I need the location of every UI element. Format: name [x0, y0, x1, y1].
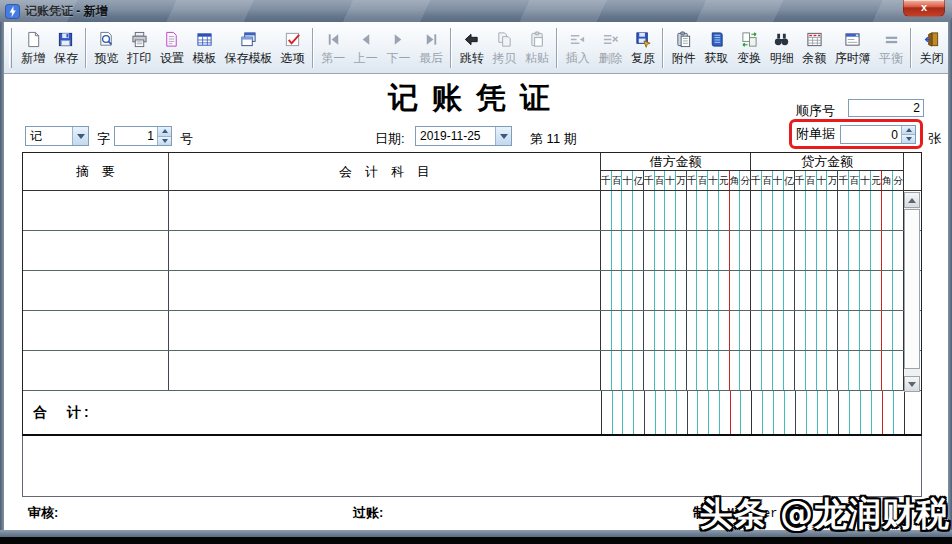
toolbar-button-options[interactable]: 选项 [276, 26, 309, 70]
digit-cell [601, 191, 612, 230]
account-cell[interactable] [169, 311, 601, 350]
toolbar-button-new-document[interactable]: 新增 [17, 26, 50, 70]
debit-amount-cell[interactable] [601, 191, 751, 230]
digit-cell [860, 271, 871, 310]
digit-cell [882, 311, 893, 350]
toolbar-button-print-preview[interactable]: 预览 [90, 26, 123, 70]
stepper-up-icon[interactable] [158, 127, 171, 136]
voucher-content: 记账凭证 顺序号 记 字 1 号 日期: 2019-11-25 第 11 期 附… [4, 74, 948, 530]
digit-cell [795, 351, 806, 390]
toolbar-button-label: 下一 [386, 50, 410, 67]
toolbar-button-save[interactable]: 保存 [50, 26, 83, 70]
debit-amount-cell[interactable] [601, 351, 751, 390]
digit-cell [806, 351, 817, 390]
digit-cell [882, 191, 893, 230]
account-cell[interactable] [169, 231, 601, 270]
credit-amount-cell[interactable] [751, 231, 904, 270]
audit-label: 审核: [28, 504, 58, 522]
credit-amount-cell[interactable] [751, 311, 904, 350]
chevron-down-icon[interactable] [495, 127, 511, 145]
total-debit-grid [602, 391, 752, 434]
toolbar-button-template[interactable]: 模板 [188, 26, 221, 70]
credit-amount-cell[interactable] [751, 351, 904, 390]
digit-cell [601, 271, 612, 310]
debit-amount-cell[interactable] [601, 231, 751, 270]
summary-cell[interactable] [23, 351, 169, 390]
digit-cell [688, 391, 699, 434]
digit-cell [719, 271, 730, 310]
digit-cell [860, 351, 871, 390]
summary-cell[interactable] [23, 271, 169, 310]
debit-amount-cell[interactable] [601, 311, 751, 350]
chevron-down-icon[interactable] [72, 127, 88, 145]
toolbar-button-label: 拷贝 [492, 50, 516, 67]
table-body [23, 191, 921, 391]
scrollbar-thumb[interactable] [904, 209, 920, 369]
toolbar-button-detail[interactable]: 明细 [765, 26, 798, 70]
voucher-number-stepper[interactable]: 1 [114, 126, 172, 146]
credit-amount-cell[interactable] [751, 271, 904, 310]
summary-cell[interactable] [23, 191, 169, 230]
digit-cell [740, 311, 750, 350]
digit-label: 万 [827, 171, 838, 190]
digit-label: 百 [612, 171, 623, 190]
voucher-word-select[interactable]: 记 [25, 126, 89, 146]
toolbar-button-transform[interactable]: 变换 [733, 26, 766, 70]
stepper-up-icon[interactable] [902, 126, 915, 134]
account-cell[interactable] [169, 271, 601, 310]
date-select[interactable]: 2019-11-25 [415, 126, 512, 146]
toolbar-button-save-template[interactable]: 保存模板 [221, 26, 276, 70]
vertical-scrollbar[interactable] [904, 192, 920, 392]
toolbar-button-jump[interactable]: 跳转 [455, 26, 488, 70]
voucher-window: 记账凭证 - 新增 x 新增保存预览打印设置模板保存模板选项第一上一下一最后跳转… [0, 0, 952, 544]
account-header: 会 计 科 目 [169, 153, 601, 190]
digit-cell [763, 391, 774, 434]
credit-amount-cell[interactable] [751, 191, 904, 230]
toolbar-button-printer[interactable]: 打印 [123, 26, 156, 70]
toolbar-button-label: 最后 [419, 50, 443, 67]
stepper-buttons [901, 126, 915, 143]
toolbar-button-balance[interactable]: 余额 [798, 26, 831, 70]
digit-cell [622, 191, 633, 230]
close-button[interactable]: x [903, 0, 945, 17]
digit-cell [882, 231, 893, 270]
digit-cell [633, 191, 644, 230]
digit-cell [861, 391, 872, 434]
summary-cell[interactable] [23, 311, 169, 350]
toolbar-button-attachment[interactable]: 附件 [667, 26, 700, 70]
toolbar-button-fetch[interactable]: 获取 [700, 26, 733, 70]
attachment-stepper[interactable]: 0 [840, 125, 916, 144]
toolbar-button-label: 打印 [127, 50, 151, 67]
voucher-word-suffix: 字 [97, 130, 110, 148]
window-border-right [948, 22, 952, 536]
account-cell[interactable] [169, 351, 601, 390]
summary-cell[interactable] [23, 231, 169, 270]
save-template-icon [239, 30, 259, 49]
toolbar-button-paste: 粘贴 [521, 26, 554, 70]
toolbar-separator [910, 28, 912, 68]
stepper-down-icon[interactable] [902, 134, 915, 143]
digit-cell [731, 391, 742, 434]
digit-cell [676, 191, 687, 230]
toolbar-button-restore[interactable]: 复原 [627, 26, 660, 70]
scroll-down-icon[interactable] [904, 376, 920, 392]
account-cell[interactable] [169, 191, 601, 230]
digit-label: 百 [655, 171, 666, 190]
digit-cell [687, 351, 698, 390]
digit-cell [697, 271, 708, 310]
toolbar-separator [556, 28, 558, 68]
scroll-up-icon[interactable] [904, 192, 920, 208]
toolbar-button-exit[interactable]: 关闭 [915, 26, 948, 70]
digit-cell [697, 231, 708, 270]
credit-header-group: 贷方金额 千百十亿千百十万千百十元角分 [751, 153, 904, 190]
digit-cell [838, 231, 849, 270]
toolbar-button-page-setup[interactable]: 设置 [156, 26, 189, 70]
digit-label: 百 [762, 171, 773, 190]
toolbar-button-journal[interactable]: 序时簿 [831, 26, 875, 70]
digit-cell [719, 311, 730, 350]
debit-amount-cell[interactable] [601, 271, 751, 310]
sequence-input[interactable] [848, 99, 924, 117]
digit-cell [762, 311, 773, 350]
digit-cell [622, 351, 633, 390]
stepper-down-icon[interactable] [158, 136, 171, 146]
